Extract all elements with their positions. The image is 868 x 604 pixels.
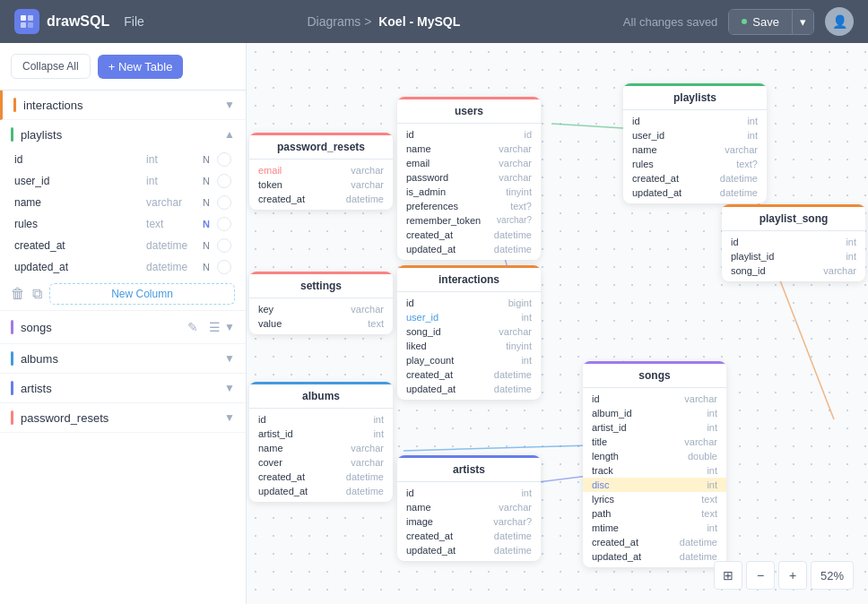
- db-table-playlists[interactable]: playlists idint user_idint namevarchar r…: [623, 83, 767, 203]
- new-column-button[interactable]: New Column: [49, 283, 235, 305]
- table-row: idvarchar: [583, 392, 726, 406]
- songs-list-btn[interactable]: ☰: [205, 318, 224, 336]
- db-table-artists[interactable]: artists idint namevarchar imagevarchar? …: [397, 455, 541, 561]
- table-row: covervarchar: [249, 455, 393, 470]
- albums-header[interactable]: albums ▼: [0, 344, 246, 373]
- collapse-all-button[interactable]: Collapse All: [11, 54, 91, 79]
- songs-chevron: ▼: [224, 321, 235, 333]
- table-row: created_atdatetime: [583, 535, 726, 549]
- db-table-playlist-song-body: idint playlist_idint song_idvarchar: [722, 231, 865, 281]
- db-table-users[interactable]: users idid namevarchar emailvarchar pass…: [397, 97, 541, 260]
- table-row: created_atdatetime: [397, 529, 541, 543]
- albums-name: albums: [21, 352, 224, 366]
- interactions-header[interactable]: interactions ▼: [3, 91, 246, 119]
- playlists-columns: id int N user_id int N name varchar: [0, 149, 246, 278]
- table-row: name varchar N: [7, 192, 239, 213]
- table-row: namevarchar: [249, 441, 393, 455]
- zoom-out-button[interactable]: −: [746, 561, 775, 590]
- pk-indicator: [217, 195, 231, 210]
- save-button[interactable]: Save: [729, 10, 792, 34]
- save-dropdown-button[interactable]: ▾: [792, 10, 813, 34]
- songs-header[interactable]: songs ✎ ☰ ▼: [0, 311, 246, 343]
- pk-indicator: [217, 174, 231, 188]
- table-row: lyricstext: [583, 492, 726, 506]
- table-row: user_idint: [397, 310, 541, 324]
- db-table-users-header: users: [397, 97, 541, 124]
- table-row: album_idint: [583, 406, 726, 420]
- db-table-songs[interactable]: songs idvarchar album_idint artist_idint…: [583, 361, 726, 567]
- copy-table-button[interactable]: ⧉: [32, 286, 42, 302]
- db-table-password-resets[interactable]: password_resets emailvarchar tokenvarcha…: [249, 133, 393, 210]
- playlists-header[interactable]: playlists ▲: [0, 120, 246, 149]
- breadcrumb-current: Koel - MySQL: [378, 14, 460, 29]
- delete-table-button[interactable]: 🗑: [11, 286, 25, 302]
- table-row: idbigint: [397, 296, 541, 310]
- file-menu[interactable]: File: [124, 14, 144, 29]
- table-row: rules text N: [7, 213, 239, 235]
- svg-rect-1: [28, 15, 33, 21]
- password-resets-chevron: ▼: [224, 411, 235, 424]
- songs-name: songs: [21, 321, 184, 334]
- user-avatar[interactable]: 👤: [825, 7, 854, 36]
- table-row: song_idvarchar: [397, 324, 541, 339]
- table-row: namevarchar: [397, 500, 541, 514]
- db-table-password-resets-body: emailvarchar tokenvarchar created_atdate…: [249, 160, 393, 210]
- db-table-settings[interactable]: settings keyvarchar valuetext: [249, 272, 393, 334]
- plus-icon: +: [789, 568, 796, 582]
- header: drawSQL File Diagrams > Koel - MySQL All…: [0, 0, 868, 43]
- table-row: created_at datetime N: [7, 235, 239, 256]
- table-row: is_admintinyint: [397, 185, 541, 199]
- songs-color-bar: [11, 320, 13, 334]
- pk-indicator: [217, 260, 231, 274]
- table-row: play_countint: [397, 353, 541, 367]
- db-table-albums[interactable]: albums idint artist_idint namevarchar co…: [249, 382, 393, 502]
- zoom-in-button[interactable]: +: [778, 561, 807, 590]
- table-row: rulestext?: [623, 157, 767, 171]
- table-row: keyvarchar: [249, 302, 393, 316]
- svg-rect-3: [28, 22, 33, 28]
- table-row: created_atdatetime: [249, 192, 393, 206]
- table-row: trackint: [583, 463, 726, 478]
- table-row: idint: [722, 235, 865, 249]
- songs-actions: ✎ ☰: [184, 318, 224, 336]
- table-row: imagevarchar?: [397, 514, 541, 529]
- table-row: created_atdatetime: [623, 171, 767, 186]
- playlists-color-bar: [11, 127, 13, 142]
- minus-icon: −: [757, 568, 764, 582]
- logo: drawSQL: [14, 9, 109, 34]
- table-row: likedtinyint: [397, 339, 541, 353]
- new-table-button[interactable]: + New Table: [98, 55, 184, 79]
- artists-header[interactable]: artists ▼: [0, 374, 246, 402]
- table-row: lengthdouble: [583, 449, 726, 463]
- grid-icon: ⊞: [723, 568, 733, 582]
- main-content: Collapse All + New Table interactions ▼ …: [0, 43, 868, 604]
- artists-color-bar: [11, 381, 13, 395]
- interactions-color-bar: [13, 98, 16, 112]
- songs-edit-btn[interactable]: ✎: [184, 318, 202, 336]
- db-table-playlist-song[interactable]: playlist_song idint playlist_idint song_…: [722, 204, 865, 281]
- password-resets-header[interactable]: password_resets ▼: [0, 403, 246, 432]
- pk-indicator: [217, 238, 231, 253]
- sidebar-item-artists: artists ▼: [0, 374, 246, 403]
- table-row: idid: [397, 127, 541, 142]
- logo-icon: [14, 9, 39, 34]
- playlists-name: playlists: [21, 128, 224, 142]
- table-row: artist_idint: [583, 420, 726, 435]
- table-row: emailvarchar: [397, 156, 541, 170]
- breadcrumb: Diagrams > Koel - MySQL: [159, 14, 609, 29]
- db-table-settings-body: keyvarchar valuetext: [249, 298, 393, 334]
- db-table-interactions-body: idbigint user_idint song_idvarchar liked…: [397, 292, 541, 400]
- sidebar-item-interactions: interactions ▼: [0, 91, 246, 120]
- albums-chevron: ▼: [224, 352, 235, 365]
- db-table-password-resets-header: password_resets: [249, 133, 393, 160]
- sidebar-item-password-resets: password_resets ▼: [0, 403, 246, 433]
- grid-toggle-button[interactable]: ⊞: [714, 561, 742, 590]
- db-table-interactions[interactable]: interactions idbigint user_idint song_id…: [397, 265, 541, 400]
- table-row: mtimeint: [583, 521, 726, 535]
- diagram-canvas[interactable]: users idid namevarchar emailvarchar pass…: [247, 43, 868, 604]
- header-right: All changes saved Save ▾ 👤: [623, 7, 854, 36]
- albums-color-bar: [11, 351, 13, 366]
- db-table-artists-header: artists: [397, 455, 541, 482]
- password-resets-color-bar: [11, 410, 13, 425]
- table-row: valuetext: [249, 316, 393, 331]
